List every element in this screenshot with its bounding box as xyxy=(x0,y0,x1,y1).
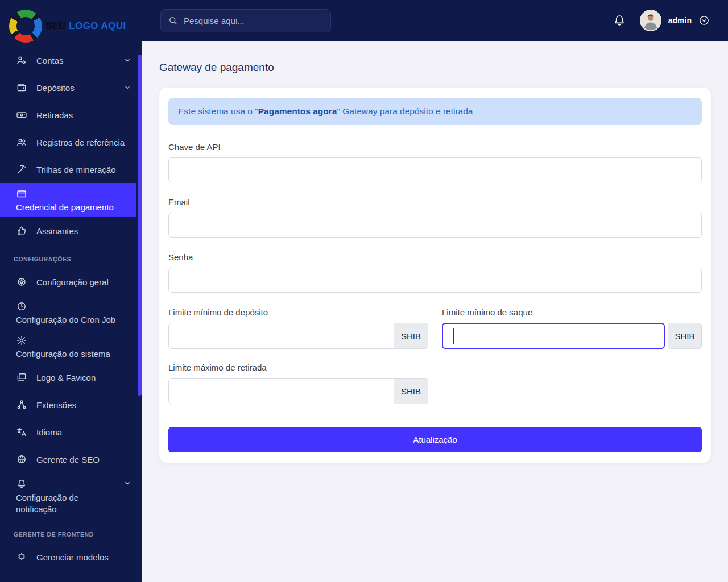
sidebar-item-label: Trilhas de mineração xyxy=(36,165,116,174)
sidebar-section-configuracoes: CONFIGURAÇÕES xyxy=(0,256,142,263)
currency-addon: SHIB xyxy=(668,323,702,349)
password-label: Senha xyxy=(168,252,702,262)
gateway-settings-card: Este sistema usa o "Pagamentos agora" Ga… xyxy=(159,88,711,463)
sidebar-item-registros-referencia[interactable]: Registros de referência xyxy=(0,128,142,156)
min-withdraw-input[interactable] xyxy=(442,323,665,349)
topbar-right: admin xyxy=(613,10,710,31)
sidebar-item-label: Credencial de pagamento xyxy=(16,202,114,212)
sidebar-item-label: Depósitos xyxy=(36,83,75,93)
min-deposit-label: Limite mínimo de depósito xyxy=(168,307,428,317)
max-withdraw-label: Limite máximo de retirada xyxy=(168,363,428,372)
page-title: Gateway de pagamento xyxy=(159,61,711,74)
sidebar-item-logo-favicon[interactable]: Logo & Favicon xyxy=(0,364,142,391)
sidebar-item-label: Configuração do sistema xyxy=(16,349,110,359)
email-input[interactable] xyxy=(168,213,702,238)
banner-text-prefix: Este sistema usa o " xyxy=(178,106,258,116)
api-key-group: Chave de API xyxy=(168,142,702,182)
topbar: admin xyxy=(142,0,728,41)
logo-swirl-icon xyxy=(9,10,42,43)
sidebar-item-retiradas[interactable]: Retiradas xyxy=(0,101,142,128)
sidebar-item-label: Idioma xyxy=(36,427,62,437)
info-banner: Este sistema usa o "Pagamentos agora" Ga… xyxy=(168,98,702,125)
min-deposit-input[interactable] xyxy=(168,323,394,349)
user-menu[interactable]: admin xyxy=(640,10,710,31)
users-cog-icon xyxy=(16,55,27,66)
pickaxe-icon xyxy=(16,164,27,175)
users-icon xyxy=(16,136,27,148)
banner-text-suffix: " Gateway para depósito e retirada xyxy=(337,106,473,116)
wallet-icon xyxy=(16,82,27,93)
min-deposit-group: Limite mínimo de depósito SHIB xyxy=(168,307,428,349)
main-content: Gateway de pagamento Este sistema usa o … xyxy=(142,41,728,582)
min-withdraw-label: Limite mínimo de saque xyxy=(442,307,702,317)
username-label: admin xyxy=(668,16,692,25)
chevron-down-icon xyxy=(124,480,131,487)
images-icon xyxy=(16,372,27,383)
search-icon xyxy=(168,15,178,28)
cash-icon xyxy=(16,109,27,120)
currency-addon: SHIB xyxy=(394,378,428,404)
sidebar-item-extensoes[interactable]: Extensões xyxy=(0,391,142,418)
sidebar-item-label: Contas xyxy=(36,56,64,65)
logo-text-part1: SEU xyxy=(46,20,66,31)
sidebar-item-gerenciar-modelos[interactable]: Gerenciar modelos xyxy=(0,543,142,571)
sidebar-item-label: Gerenciar modelos xyxy=(36,552,109,562)
sidebar-item-configuracao-cron-job[interactable]: Configuração do Cron Job xyxy=(0,296,142,330)
currency-addon: SHIB xyxy=(394,323,428,349)
sidebar-scrollbar-thumb[interactable] xyxy=(138,55,142,396)
sidebar-item-label: Configuração geral xyxy=(36,277,109,287)
wheel-icon xyxy=(16,276,27,288)
chevron-down-icon xyxy=(124,84,131,91)
sidebar-item-gerente-seo[interactable]: Gerente de SEO xyxy=(0,446,142,473)
max-withdraw-input[interactable] xyxy=(168,378,394,404)
sidebar-item-depositos[interactable]: Depósitos xyxy=(0,74,142,101)
text-cursor xyxy=(453,328,454,344)
sidebar-item-trilhas-mineracao[interactable]: Trilhas de mineração xyxy=(0,156,142,183)
notifications-bell-icon[interactable] xyxy=(613,14,626,27)
sidebar-item-label: Logo & Favicon xyxy=(36,373,96,383)
sidebar-item-configuracao-notificacao[interactable]: Configuração de notificação xyxy=(0,473,142,519)
clock-icon xyxy=(16,301,27,312)
globe-icon xyxy=(16,454,27,465)
sidebar-item-credencial-pagamento[interactable]: Credencial de pagamento xyxy=(0,183,136,217)
password-group: Senha xyxy=(168,252,702,293)
nodes-icon xyxy=(16,399,27,410)
email-label: Email xyxy=(168,197,702,207)
min-withdraw-group: Limite mínimo de saque SHIB xyxy=(442,307,702,349)
sidebar-item-label: Registros de referência xyxy=(36,138,125,147)
limits-row: Limite mínimo de depósito SHIB Limite mí… xyxy=(168,307,702,349)
max-withdraw-group: Limite máximo de retirada SHIB xyxy=(168,363,428,404)
sidebar-section-gerente-frontend: GERENTE DE FRONTEND xyxy=(0,531,142,538)
user-menu-chevron-icon xyxy=(698,15,710,26)
api-key-input[interactable] xyxy=(168,157,702,182)
update-button[interactable]: Atualização xyxy=(168,427,702,452)
credit-card-icon xyxy=(16,188,27,199)
search-box xyxy=(160,9,331,32)
sidebar-item-label: Gerente de SEO xyxy=(36,455,100,464)
sidebar-item-assinantes[interactable]: Assinantes xyxy=(0,217,142,244)
translate-icon xyxy=(16,426,27,438)
templates-icon xyxy=(16,551,27,563)
sidebar: SEU LOGO AQUI Contas Depósitos Retiradas… xyxy=(0,0,142,582)
sidebar-item-label: Retiradas xyxy=(36,110,73,120)
brand-logo[interactable]: SEU LOGO AQUI xyxy=(0,0,142,47)
logo-text: SEU LOGO AQUI xyxy=(46,20,126,32)
banner-highlight: Pagamentos agora xyxy=(258,106,337,116)
logo-text-part2: LOGO AQUI xyxy=(69,20,126,31)
sidebar-item-label: Configuração do Cron Job xyxy=(16,315,115,325)
sidebar-item-configuracao-sistema[interactable]: Configuração do sistema xyxy=(0,330,142,364)
email-group: Email xyxy=(168,197,702,238)
api-key-label: Chave de API xyxy=(168,142,702,152)
chevron-down-icon xyxy=(124,57,131,64)
sidebar-item-label: Configuração de notificação xyxy=(16,492,110,514)
thumbs-up-icon xyxy=(16,225,27,236)
sidebar-item-contas[interactable]: Contas xyxy=(0,47,142,74)
sidebar-nav: Contas Depósitos Retiradas Registros de … xyxy=(0,47,142,571)
search-input[interactable] xyxy=(160,9,331,32)
password-input[interactable] xyxy=(168,268,702,293)
avatar xyxy=(640,10,661,31)
gear-icon xyxy=(16,335,27,346)
sidebar-item-configuracao-geral[interactable]: Configuração geral xyxy=(0,268,142,296)
sidebar-item-idioma[interactable]: Idioma xyxy=(0,418,142,446)
sidebar-item-label: Assinantes xyxy=(36,226,78,236)
